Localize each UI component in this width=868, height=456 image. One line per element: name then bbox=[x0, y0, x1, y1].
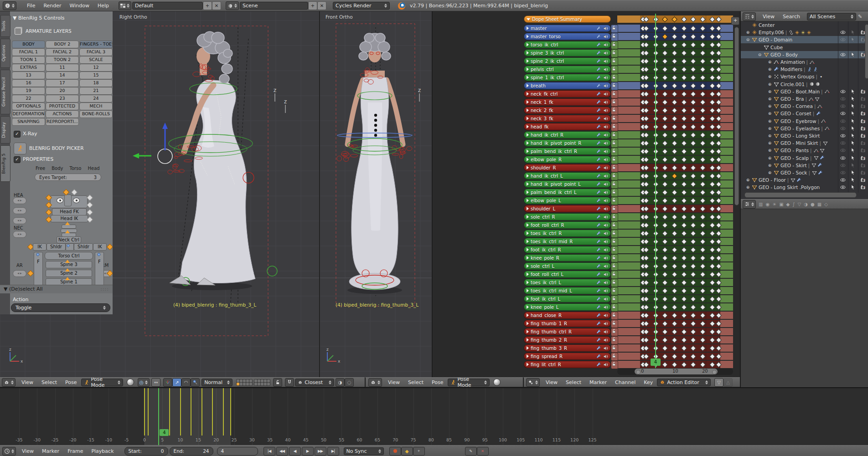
dope-channel-neck_fk_ctrl[interactable]: neck_fk_ctrl bbox=[524, 90, 611, 97]
channel-lock-icon[interactable] bbox=[611, 41, 618, 49]
channel-lock-icon[interactable] bbox=[611, 279, 618, 287]
outliner-row-empty-006[interactable]: ⊕Empty.006| bbox=[741, 29, 868, 36]
delete-scene-button[interactable]: ✕ bbox=[317, 1, 326, 10]
channel-lock-icon[interactable] bbox=[611, 33, 618, 41]
dope-channel-sole_ctrl_R[interactable]: sole_ctrl_R bbox=[524, 213, 611, 220]
picker-slider[interactable]: ◂ ▸ bbox=[13, 217, 26, 224]
dope-summary-channel[interactable]: Dope Sheet Summary bbox=[524, 15, 611, 23]
visibility-eye-icon[interactable] bbox=[839, 162, 847, 169]
outliner-row-animation[interactable]: ⊕Animation| bbox=[741, 58, 868, 66]
orientation-select[interactable]: Normal bbox=[202, 379, 232, 386]
dope-channel-palm_bend_ik_ctrl_R[interactable]: palm_bend_ik_ctrl_R bbox=[524, 148, 611, 155]
outliner-row-geo-corset[interactable]: ⊕GEO - Corset| bbox=[741, 110, 868, 117]
current-frame-line[interactable] bbox=[655, 14, 656, 368]
channel-lock-icon[interactable] bbox=[611, 246, 618, 254]
render-engine-select[interactable]: Cycles Render bbox=[333, 2, 390, 10]
selectability-cursor-icon[interactable] bbox=[849, 132, 857, 139]
expand-toggle-icon[interactable]: ⊕ bbox=[745, 178, 750, 182]
pivot-center-button[interactable]: ◎ bbox=[138, 378, 150, 387]
expand-toggle-icon[interactable]: ⊕ bbox=[767, 126, 772, 131]
menu-view[interactable]: View bbox=[18, 446, 38, 456]
channel-lock-icon[interactable] bbox=[611, 254, 618, 262]
outliner-row-geo-bra[interactable]: ⊕GEO - Bra| bbox=[741, 95, 868, 102]
dope-channel-fing_spread_R[interactable]: fing_spread_R bbox=[524, 353, 611, 360]
renderability-camera-icon[interactable] bbox=[859, 139, 867, 147]
selectability-cursor-icon[interactable] bbox=[849, 184, 857, 191]
action-dropdown[interactable]: Toggle bbox=[11, 303, 110, 312]
display-filter-select[interactable]: All Scenes bbox=[807, 13, 856, 20]
keyframe-line[interactable] bbox=[180, 388, 181, 436]
picker-keyed-diamond[interactable] bbox=[87, 209, 93, 215]
visibility-eye-icon[interactable] bbox=[839, 176, 847, 184]
outliner-row-geo-pants[interactable]: ⊕GEO - Pants| bbox=[741, 147, 868, 154]
channel-lock-icon[interactable] bbox=[611, 344, 618, 353]
sync-select[interactable]: No Sync bbox=[344, 447, 384, 455]
picker-button-ik[interactable]: IK bbox=[33, 243, 46, 251]
dope-channel-elbow_pole_R[interactable]: elbow_pole_R bbox=[524, 156, 611, 163]
properties-tab-data[interactable]: ▽ bbox=[798, 202, 801, 207]
region-expand-button[interactable]: + bbox=[731, 17, 739, 25]
channel-lock-icon[interactable] bbox=[611, 336, 618, 344]
visibility-eye-icon[interactable] bbox=[839, 110, 847, 117]
outliner-row-geo-boot-main[interactable]: ⊕GEO - Boot.Main| bbox=[741, 88, 868, 95]
menu-pose[interactable]: Pose bbox=[428, 378, 447, 387]
menu-window[interactable]: Window bbox=[66, 1, 93, 10]
selectability-cursor-icon[interactable] bbox=[849, 88, 857, 95]
outliner-hscrollbar[interactable] bbox=[744, 192, 857, 198]
add-scene-button[interactable]: + bbox=[308, 1, 317, 10]
channel-lock-icon[interactable] bbox=[611, 66, 618, 74]
picker-slider[interactable]: ◂ ▸ bbox=[13, 197, 26, 204]
keyframe-line[interactable] bbox=[191, 388, 191, 436]
layer-grid-2[interactable] bbox=[254, 379, 270, 386]
outliner-row-geo-body[interactable]: ⊖GEO - Body bbox=[741, 51, 868, 58]
channel-lock-icon[interactable] bbox=[611, 123, 618, 131]
dope-vscrollbar[interactable] bbox=[734, 27, 739, 205]
expand-toggle-icon[interactable]: ⊕ bbox=[767, 89, 772, 94]
current-frame-field[interactable]: 4 bbox=[217, 447, 258, 456]
expand-toggle-icon[interactable]: ⊕ bbox=[767, 163, 772, 168]
deselect-panel-header[interactable]: ▼ (De)select All :::: bbox=[0, 285, 113, 293]
visibility-eye-icon[interactable] bbox=[839, 147, 847, 154]
keyframe-line[interactable] bbox=[230, 388, 231, 436]
outliner-row-center[interactable]: Center bbox=[741, 21, 868, 29]
picker-button-ik[interactable]: IK bbox=[93, 243, 107, 251]
menu-file[interactable]: File bbox=[23, 1, 39, 10]
channel-lock-icon[interactable] bbox=[611, 262, 618, 271]
manipulator-rotate-icon[interactable]: ◠ bbox=[181, 378, 191, 387]
layer-grid-1[interactable] bbox=[236, 379, 253, 386]
panel-grip[interactable]: :::: bbox=[100, 285, 109, 293]
summary-expand-button[interactable]: △ bbox=[723, 378, 733, 387]
editor-type-button[interactable] bbox=[526, 378, 540, 387]
selectability-cursor-icon[interactable] bbox=[849, 118, 857, 125]
outliner-row-geo-domain[interactable]: ⊖GEO - Domain bbox=[741, 36, 868, 43]
keying-set-icon[interactable]: ＋ bbox=[413, 447, 425, 456]
channel-lock-icon[interactable] bbox=[611, 74, 618, 82]
visibility-eye-icon[interactable] bbox=[839, 184, 847, 191]
channel-lock-icon[interactable] bbox=[611, 361, 618, 369]
dope-channel-foot_roll_ctrl_L[interactable]: foot_roll_ctrl_L bbox=[524, 271, 611, 278]
dope-channel-foot_ik_ctrl_R[interactable]: foot_ik_ctrl_R bbox=[524, 246, 611, 253]
picker-button-head-ik[interactable]: Head IK bbox=[51, 215, 88, 222]
renderability-camera-icon[interactable] bbox=[859, 176, 867, 184]
picker-keyed-diamond[interactable] bbox=[87, 195, 93, 201]
selectability-cursor-icon[interactable] bbox=[849, 154, 857, 162]
dope-channel-hand_ik_ctrl_R[interactable]: hand_ik_ctrl_R bbox=[524, 131, 611, 138]
expand-toggle-icon[interactable]: ⊕ bbox=[767, 67, 772, 72]
screen-layout-icon[interactable] bbox=[119, 1, 131, 10]
filter-icon[interactable]: ✎ bbox=[858, 14, 862, 20]
channel-lock-icon[interactable] bbox=[611, 295, 618, 303]
channel-lock-icon[interactable] bbox=[611, 213, 618, 221]
channel-lock-icon[interactable] bbox=[611, 238, 618, 246]
visibility-eye-icon[interactable] bbox=[839, 169, 847, 176]
channel-lock-icon[interactable] bbox=[611, 353, 618, 361]
properties-tab-texture[interactable]: ● bbox=[811, 202, 815, 207]
picker-side-bar-left[interactable]: F bbox=[34, 252, 43, 288]
dope-channel-toes_ik_ctrl_L[interactable]: toes_ik_ctrl_L bbox=[524, 279, 611, 286]
menu-search[interactable]: Search bbox=[779, 12, 804, 21]
dope-channel-shoulder_L[interactable]: shoulder_L bbox=[524, 205, 611, 212]
dope-channel-fing_thumb_ctrl_R[interactable]: fing_thumb_ctrl_R bbox=[524, 328, 611, 335]
renderability-camera-icon[interactable] bbox=[859, 95, 867, 102]
expand-toggle-icon[interactable]: ⊕ bbox=[767, 74, 772, 79]
properties-tab-physics[interactable]: ◇ bbox=[824, 202, 828, 207]
dope-channel-foot_roll_ctrl_R[interactable]: foot_roll_ctrl_R bbox=[524, 221, 611, 229]
